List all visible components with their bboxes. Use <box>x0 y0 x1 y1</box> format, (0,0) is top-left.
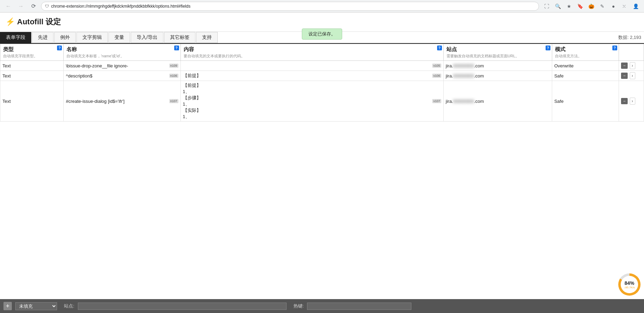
cell-mode-0: Overwrite <box>552 61 619 71</box>
cell-name-0: \bissue-drop-zone__file ignore- n109 <box>64 61 180 71</box>
cell-content-0: v105 <box>180 61 443 71</box>
tab-advanced[interactable]: 先进 <box>32 32 54 43</box>
favicon-icon: 🛡 <box>45 4 49 9</box>
col-help-content[interactable]: ? <box>437 46 442 50</box>
cell-actions-2: − › <box>619 81 644 122</box>
tab-exceptions[interactable]: 例外 <box>54 32 76 43</box>
dot-icon[interactable]: ● <box>609 1 618 11</box>
saved-toast: 设定已保存。 <box>302 28 342 40</box>
cell-name-1: ^description$ n106 <box>64 71 180 81</box>
app-logo-icon: ⚡ <box>6 17 15 26</box>
cell-site-0: jira.XXXXXXX.com <box>443 61 552 71</box>
tab-variables[interactable]: 变量 <box>108 32 130 43</box>
tab-support[interactable]: 支持 <box>196 32 218 43</box>
profile-icon[interactable]: 👤 <box>631 1 641 11</box>
browser-toolbar: ⛶ 🔍 ★ 🔖 🎃 ✎ ● ⛌ 👤 <box>542 1 641 11</box>
cell-site-2: jira.XXXXXXX.com <box>443 81 552 122</box>
table-row: Text \bissue-drop-zone__file ignore- n10… <box>0 61 644 71</box>
tab-form-fields[interactable]: 表单字段 <box>0 32 31 43</box>
bookmark-icon[interactable]: 🔖 <box>575 1 585 11</box>
browser-bar: ← → ⟳ 🛡 ⛶ 🔍 ★ 🔖 🎃 ✎ ● ⛌ 👤 <box>0 0 644 13</box>
cell-mode-1: Safe <box>552 71 619 81</box>
screenshot-icon[interactable]: ⛶ <box>542 1 552 11</box>
cell-actions-1: − › <box>619 71 644 81</box>
remove-button-0[interactable]: − <box>621 63 628 69</box>
pumpkin-icon[interactable]: 🎃 <box>586 1 596 11</box>
tabs-group: 表单字段 先进 例外 文字剪辑 变量 导入/导出 其它标签 支持 <box>0 32 218 43</box>
col-header-name: 名称 自动填充文本标签，'name'或'id'。 ? <box>64 44 180 61</box>
extensions-icon[interactable]: ⛌ <box>620 1 629 11</box>
search-icon[interactable]: 🔍 <box>553 1 563 11</box>
tab-text-edit[interactable]: 文字剪辑 <box>77 32 108 43</box>
col-header-site: 站点 需要触发自动填充的文档标题或页面URL。 ? <box>443 44 552 61</box>
col-help-site[interactable]: ? <box>546 46 550 50</box>
expand-button-0[interactable]: › <box>630 62 635 69</box>
col-header-content: 内容 要自动填充的文本或要执行的代码。 ? <box>180 44 443 61</box>
cell-content-1: 【前提】 v106 <box>180 71 443 81</box>
col-header-actions <box>619 44 644 61</box>
col-header-type: 类型 自动填充字段类型。 ? <box>0 44 64 61</box>
col-help-name[interactable]: ? <box>174 46 179 50</box>
expand-button-2[interactable]: › <box>630 98 635 105</box>
address-bar: 🛡 <box>41 2 539 11</box>
cell-name-2: #create-issue-dialog [id$='ifr'] n107 <box>64 81 180 122</box>
cell-type-1: Text <box>0 71 64 81</box>
table-row: Text ^description$ n106 【前提】 v106 jira.X… <box>0 71 644 81</box>
forward-button[interactable]: → <box>16 1 26 11</box>
cell-site-1: jira.XXXXXXX.com <box>443 71 552 81</box>
tab-other-labels[interactable]: 其它标签 <box>164 32 195 43</box>
table-row: Text #create-issue-dialog [id$='ifr'] n1… <box>0 81 644 122</box>
col-header-mode: 模式 自动填充方法。 ? <box>552 44 619 61</box>
cell-type-0: Text <box>0 61 64 71</box>
cell-mode-2: Safe <box>552 81 619 122</box>
tab-import-export[interactable]: 导入/导出 <box>131 32 163 43</box>
app-title: Autofill 设定 <box>17 17 61 27</box>
fields-table: 类型 自动填充字段类型。 ? 名称 自动填充文本标签，'name'或'id'。 … <box>0 44 644 122</box>
remove-button-2[interactable]: − <box>621 98 628 104</box>
col-help-mode[interactable]: ? <box>612 46 617 50</box>
main-table-container: 类型 自动填充字段类型。 ? 名称 自动填充文本标签，'name'或'id'。 … <box>0 44 644 122</box>
data-count: 数据: 2,193 <box>618 32 644 43</box>
back-button[interactable]: ← <box>3 1 13 11</box>
cell-actions-0: − › <box>619 61 644 71</box>
bookmark-star-icon[interactable]: ★ <box>564 1 574 11</box>
expand-button-1[interactable]: › <box>630 72 635 79</box>
remove-button-1[interactable]: − <box>621 73 628 79</box>
cell-type-2: Text <box>0 81 64 122</box>
reload-button[interactable]: ⟳ <box>29 1 38 11</box>
url-input[interactable] <box>51 4 535 9</box>
edit-icon[interactable]: ✎ <box>597 1 607 11</box>
col-help-type[interactable]: ? <box>57 46 62 50</box>
cell-content-2: 【前提】1、【步骤】1、【实际】1、 v107 <box>180 81 443 122</box>
